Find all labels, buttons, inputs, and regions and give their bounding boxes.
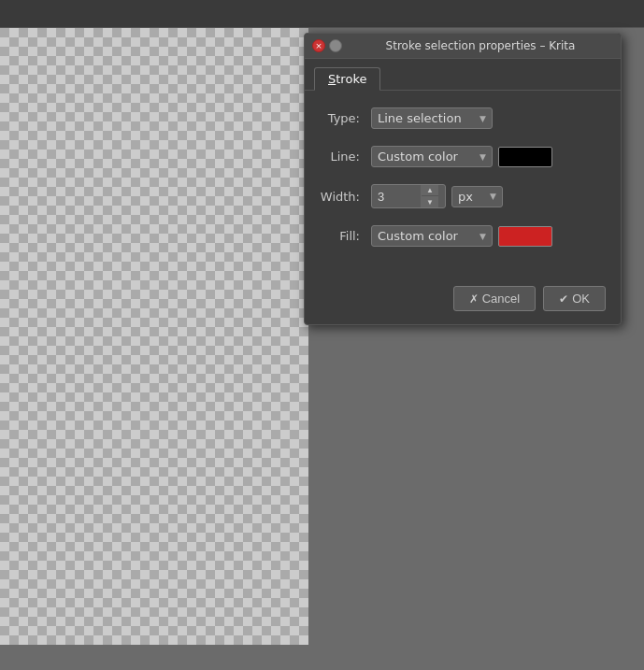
fill-color-value: Custom color bbox=[378, 229, 458, 243]
app-top-bar bbox=[0, 0, 644, 28]
spinbox-up-button[interactable]: ▲ bbox=[422, 185, 438, 196]
close-button[interactable]: × bbox=[312, 39, 325, 52]
line-row: Line: Custom color ▼ bbox=[320, 146, 606, 167]
ok-icon: ✔ bbox=[559, 292, 568, 306]
type-dropdown[interactable]: Line selection ▼ bbox=[371, 107, 493, 129]
type-dropdown-arrow: ▼ bbox=[479, 114, 486, 123]
type-control: Line selection ▼ bbox=[371, 107, 493, 129]
unit-dropdown[interactable]: px ▼ bbox=[451, 186, 503, 207]
tab-bar: Stroke bbox=[305, 59, 621, 91]
spinbox-buttons: ▲ ▼ bbox=[421, 185, 438, 207]
title-bar: × Stroke selection properties – Krita bbox=[305, 34, 621, 59]
dialog-content: Type: Line selection ▼ Line: Custom colo… bbox=[305, 91, 621, 278]
unit-value: px bbox=[458, 190, 473, 204]
stroke-selection-dialog: × Stroke selection properties – Krita St… bbox=[304, 33, 622, 325]
line-label: Line: bbox=[320, 150, 371, 164]
spinbox-down-button[interactable]: ▼ bbox=[422, 196, 438, 207]
line-control: Custom color ▼ bbox=[371, 146, 552, 167]
minimize-button[interactable] bbox=[329, 39, 342, 52]
ok-label: OK bbox=[572, 292, 590, 306]
fill-label: Fill: bbox=[320, 229, 371, 243]
ok-button[interactable]: ✔ OK bbox=[543, 286, 606, 311]
cancel-icon: ✗ bbox=[469, 292, 479, 306]
canvas-area bbox=[0, 28, 308, 645]
fill-color-dropdown[interactable]: Custom color ▼ bbox=[371, 225, 493, 247]
cancel-button[interactable]: ✗ Cancel bbox=[453, 286, 536, 311]
width-input[interactable] bbox=[372, 187, 421, 207]
dialog-title: Stroke selection properties – Krita bbox=[348, 39, 613, 52]
fill-row: Fill: Custom color ▼ bbox=[320, 225, 606, 247]
line-color-value: Custom color bbox=[378, 150, 458, 164]
type-row: Type: Line selection ▼ bbox=[320, 107, 606, 129]
cancel-label: Cancel bbox=[482, 292, 520, 306]
window-controls: × bbox=[312, 39, 342, 52]
fill-color-swatch[interactable] bbox=[498, 226, 552, 247]
fill-dropdown-arrow: ▼ bbox=[479, 232, 486, 241]
tab-stroke[interactable]: Stroke bbox=[314, 67, 380, 91]
dialog-footer: ✗ Cancel ✔ OK bbox=[305, 278, 621, 324]
width-control: ▲ ▼ px ▼ bbox=[371, 184, 503, 208]
line-color-dropdown[interactable]: Custom color ▼ bbox=[371, 146, 493, 167]
width-spinbox: ▲ ▼ bbox=[371, 184, 446, 208]
width-row: Width: ▲ ▼ px ▼ bbox=[320, 184, 606, 208]
width-label: Width: bbox=[320, 190, 371, 204]
type-dropdown-value: Line selection bbox=[378, 111, 462, 125]
unit-dropdown-arrow: ▼ bbox=[490, 192, 496, 201]
line-dropdown-arrow: ▼ bbox=[479, 152, 486, 162]
type-label: Type: bbox=[320, 111, 371, 125]
line-color-swatch[interactable] bbox=[498, 147, 552, 167]
fill-control: Custom color ▼ bbox=[371, 225, 552, 247]
